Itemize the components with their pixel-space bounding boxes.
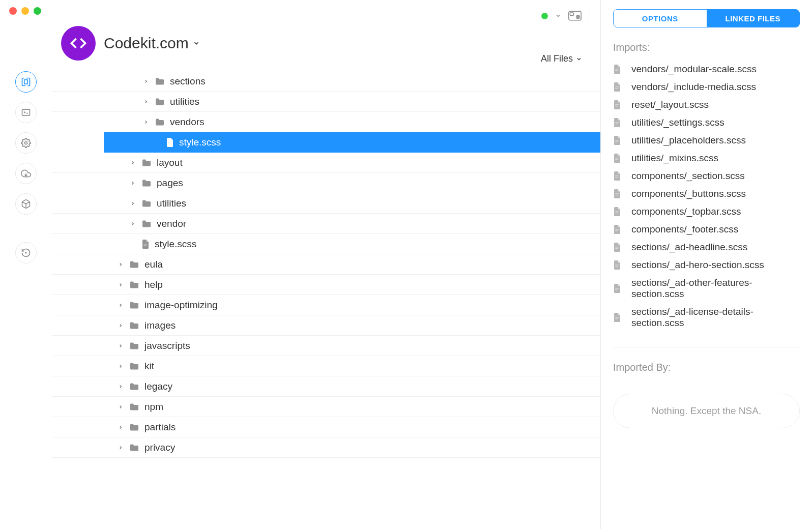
tree-row-label: kit — [144, 361, 154, 372]
maximize-window-button[interactable] — [34, 7, 41, 15]
tree-row-label: legacy — [144, 381, 172, 392]
file-icon — [613, 207, 621, 216]
import-path: sections/_ad-hero-section.scss — [631, 259, 764, 271]
close-window-button[interactable] — [9, 7, 17, 15]
file-filter-dropdown[interactable]: All Files — [541, 53, 582, 64]
tree-row-folder[interactable]: privacy — [52, 437, 600, 458]
svg-rect-30 — [615, 229, 619, 229]
svg-rect-24 — [615, 175, 619, 176]
file-icon — [613, 260, 621, 270]
import-item[interactable]: sections/_ad-license-details-section.scs… — [613, 306, 800, 329]
import-item[interactable]: utilities/_settings.scss — [613, 117, 800, 128]
import-item[interactable]: components/_topbar.scss — [613, 206, 800, 217]
tree-row-folder[interactable]: partials — [52, 417, 600, 437]
tree-row-folder[interactable]: kit — [52, 356, 600, 376]
import-item[interactable]: components/_footer.scss — [613, 224, 800, 235]
chevron-right-icon — [129, 201, 136, 206]
svg-rect-5 — [570, 13, 573, 15]
tree-row-file[interactable]: style.scss — [104, 132, 600, 153]
packages-view-button[interactable] — [15, 193, 37, 215]
import-item[interactable]: reset/_layout.scss — [613, 99, 800, 110]
svg-rect-20 — [615, 140, 619, 140]
tree-row-folder[interactable]: eula — [52, 254, 600, 275]
divider — [589, 9, 589, 22]
tree-row-folder[interactable]: vendors — [52, 112, 600, 132]
file-icon — [613, 225, 621, 234]
import-path: vendors/_include-media.scss — [631, 81, 756, 93]
tree-row-folder[interactable]: npm — [52, 397, 600, 417]
chevron-down-icon — [193, 40, 200, 47]
tab-linked-files[interactable]: LINKED FILES — [707, 10, 800, 27]
chevron-down-icon[interactable] — [555, 13, 561, 19]
tree-row-folder[interactable]: images — [52, 315, 600, 336]
main-panel: Codekit.com All Files — [52, 0, 601, 529]
import-item[interactable]: sections/_ad-headline.scss — [613, 242, 800, 253]
folder-icon — [129, 362, 139, 370]
svg-rect-35 — [615, 266, 618, 267]
import-path: components/_topbar.scss — [631, 206, 741, 217]
chevron-right-icon — [142, 120, 150, 125]
minimize-window-button[interactable] — [21, 7, 29, 15]
file-icon — [141, 240, 150, 249]
chevron-right-icon — [129, 160, 136, 165]
header: Codekit.com All Files — [52, 0, 600, 71]
svg-rect-21 — [615, 141, 618, 142]
tree-row-file[interactable]: style.scss — [52, 234, 600, 254]
files-view-button[interactable] — [15, 71, 37, 93]
svg-rect-9 — [168, 143, 170, 144]
tree-row-folder[interactable]: vendor — [52, 214, 600, 234]
folder-icon — [129, 342, 139, 350]
tree-row-folder[interactable]: pages — [52, 173, 600, 193]
import-path: vendors/_modular-scale.scss — [631, 64, 757, 75]
import-item[interactable]: utilities/_mixins.scss — [613, 153, 800, 164]
file-icon — [613, 313, 621, 322]
import-item[interactable]: components/_buttons.scss — [613, 188, 800, 199]
tree-row-folder[interactable]: legacy — [52, 376, 600, 397]
import-item[interactable]: vendors/_modular-scale.scss — [613, 64, 800, 75]
import-path: sections/_ad-license-details-section.scs… — [631, 306, 800, 329]
tree-row-label: vendors — [170, 116, 205, 128]
folder-icon — [129, 301, 139, 309]
import-item[interactable]: utilities/_placeholders.scss — [613, 135, 800, 146]
tree-row-folder[interactable]: javascripts — [52, 336, 600, 356]
terminal-view-button[interactable] — [15, 102, 37, 123]
folder-icon — [141, 199, 152, 208]
preview-icon[interactable] — [568, 11, 582, 21]
chevron-right-icon — [117, 404, 124, 409]
tree-row-label: image-optimizing — [144, 300, 218, 311]
cloud-sync-button[interactable] — [15, 163, 37, 184]
file-icon — [613, 82, 621, 92]
svg-rect-26 — [615, 193, 619, 194]
tree-row-label: npm — [144, 401, 163, 413]
import-item[interactable]: sections/_ad-hero-section.scss — [613, 259, 800, 271]
tree-row-folder[interactable]: utilities — [52, 92, 600, 112]
tree-row-folder[interactable]: utilities — [52, 193, 600, 214]
tree-row-folder[interactable]: help — [52, 275, 600, 295]
import-path: utilities/_settings.scss — [631, 117, 724, 128]
svg-rect-27 — [615, 195, 618, 195]
tree-row-label: layout — [157, 157, 183, 168]
svg-point-3 — [25, 252, 26, 253]
settings-view-button[interactable] — [15, 132, 37, 154]
server-status-indicator — [541, 13, 548, 19]
folder-icon — [141, 159, 152, 167]
tree-row-label: pages — [157, 178, 183, 189]
tree-row-folder[interactable]: sections — [52, 71, 600, 92]
svg-rect-16 — [615, 104, 619, 105]
import-item[interactable]: sections/_ad-other-features-section.scss — [613, 277, 800, 300]
svg-rect-8 — [168, 142, 172, 142]
file-icon — [613, 100, 621, 109]
folder-icon — [155, 77, 165, 85]
chevron-right-icon — [142, 99, 150, 104]
svg-rect-38 — [615, 317, 619, 317]
tree-row-folder[interactable]: image-optimizing — [52, 295, 600, 315]
svg-rect-36 — [615, 288, 619, 288]
file-tree[interactable]: sectionsutilitiesvendorsstyle.scsslayout… — [52, 71, 600, 529]
import-item[interactable]: components/_section.scss — [613, 170, 800, 182]
tree-row-folder[interactable]: layout — [52, 153, 600, 173]
tab-options[interactable]: OPTIONS — [614, 10, 707, 27]
history-view-button[interactable] — [15, 242, 37, 263]
project-selector[interactable]: Codekit.com — [104, 35, 200, 52]
svg-rect-14 — [615, 86, 619, 87]
import-item[interactable]: vendors/_include-media.scss — [613, 81, 800, 93]
